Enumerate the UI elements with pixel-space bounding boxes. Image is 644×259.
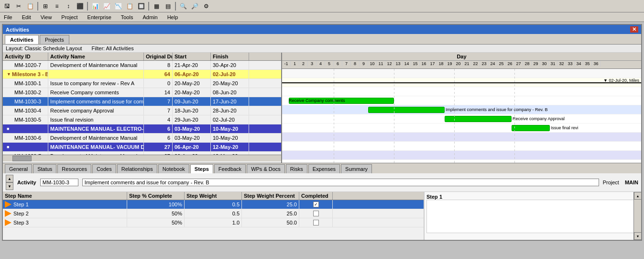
nav-up-btn[interactable]: ▲ — [6, 175, 13, 182]
toolbar-btn-16[interactable]: 🔎 — [189, 1, 200, 11]
activity-description-input[interactable] — [82, 179, 599, 186]
grid-row[interactable]: MM-1030-7 Development of Maintenance Man… — [3, 152, 281, 155]
steps-row-1[interactable]: Step 1 100% 0.5 25.0 — [3, 200, 424, 209]
toolbar-btn-7[interactable]: ⬛ — [75, 1, 85, 11]
toolbar-btn-3[interactable]: 📋 — [25, 1, 35, 11]
steps-cell-completed[interactable] — [299, 218, 333, 227]
grid-row[interactable]: MM-1030-5 Issue final revision 4 29-Jun-… — [3, 115, 281, 124]
toolbar-btn-17[interactable]: ⚙ — [201, 1, 211, 11]
grid-row-summary[interactable]: ■ MAINTENANCE MANUAL- VACUUM DEAERATOR S… — [3, 143, 281, 152]
gantt-bar-final-label: Issue final revi — [551, 125, 579, 130]
chart-row-10 — [282, 160, 641, 163]
chart-num: 28 — [523, 61, 532, 67]
menu-view[interactable]: View — [39, 14, 54, 20]
activity-id-input[interactable] — [40, 179, 78, 186]
toolbar-btn-10[interactable]: 📉 — [113, 1, 123, 11]
tab-steps[interactable]: Steps — [190, 164, 213, 173]
toolbar-btn-8[interactable]: 📊 — [90, 1, 100, 11]
tab-general[interactable]: General — [5, 164, 32, 173]
toolbar-btn-11[interactable]: 📋 — [124, 1, 135, 11]
window-close-btn[interactable]: ✕ — [630, 26, 638, 33]
step-panel-scrollbar[interactable]: ▲ ▼ — [633, 192, 641, 240]
steps-row-3[interactable]: Step 3 50% 1.0 50.0 — [3, 218, 424, 227]
grid-row-milestone[interactable]: ▼Milestone 3 - Batch 3 64 06-Apr-20 02-J… — [3, 70, 281, 79]
grid-body[interactable]: MM-1020-7 Development of Maintenance Man… — [3, 61, 281, 155]
cell-name: MAINTENANCE MANUAL- VACUUM DEAERATOR SY: — [48, 143, 144, 151]
grid-row-summary[interactable]: ■ MAINTENANCE MANUAL- ELECTRO-CHLORINATI… — [3, 124, 281, 134]
menu-admin[interactable]: Admin — [141, 14, 159, 20]
chart-num: 5 — [325, 61, 334, 67]
tab-resources[interactable]: Resources — [57, 164, 91, 173]
cell-finish: 10-May-20 — [211, 124, 249, 133]
collapse-btn[interactable]: ■ — [7, 145, 9, 149]
chart-num: 15 — [411, 61, 420, 67]
toolbar-btn-4[interactable]: ⊞ — [40, 1, 51, 11]
tab-status[interactable]: Status — [33, 164, 56, 173]
cell-id: MM-1030-7 — [3, 152, 48, 155]
cell-name: Receive Company comments — [48, 88, 144, 97]
toolbar-btn-9[interactable]: 📈 — [101, 1, 112, 11]
step-panel-textarea[interactable] — [426, 200, 639, 233]
steps-cell-weight: 0.5 — [185, 200, 242, 209]
toolbar-btn-14[interactable]: ▤ — [163, 1, 173, 11]
steps-cell-completed[interactable] — [299, 200, 333, 209]
checkbox-1[interactable] — [313, 202, 319, 207]
tab-activities[interactable]: Activities — [5, 35, 39, 44]
menu-edit[interactable]: Edit — [20, 14, 33, 20]
menu-file[interactable]: File — [2, 14, 14, 20]
step-scroll-up[interactable]: ▲ — [634, 192, 642, 200]
gantt-bar-approval-label: Receive company Approval — [513, 116, 565, 121]
col-start: Start — [173, 53, 211, 60]
chart-num: 31 — [549, 61, 557, 67]
toolbar-btn-13[interactable]: ▦ — [151, 1, 162, 11]
toolbar-sep-3 — [148, 2, 149, 11]
nav-down-btn[interactable]: ▼ — [6, 182, 13, 190]
tab-wps-docs[interactable]: WPs & Docs — [247, 164, 285, 173]
chart-num: 14 — [403, 61, 411, 67]
milestone-line — [282, 82, 641, 83]
steps-row-2[interactable]: Step 2 50% 0.5 25.0 — [3, 209, 424, 218]
scroll-thumb-grid[interactable] — [12, 156, 32, 161]
steps-cell-completed[interactable] — [299, 209, 333, 218]
toolbar-btn-15[interactable]: 🔍 — [178, 1, 188, 11]
tab-feedback[interactable]: Feedback — [214, 164, 246, 173]
cell-start: 20-May-20 — [173, 88, 211, 97]
tab-projects[interactable]: Projects — [40, 35, 69, 44]
grid-row-selected[interactable]: MM-1030-3 Implement comments and issue f… — [3, 97, 281, 106]
tab-summary[interactable]: Summary — [341, 164, 372, 173]
steps-cell-pct: 50% — [127, 218, 185, 227]
grid-row[interactable]: MM-1030-2 Receive Company comments 14 20… — [3, 88, 281, 97]
grid-row[interactable]: MM-1030-1 Issue to company for review - … — [3, 79, 281, 88]
chart-num: 17 — [428, 61, 437, 67]
tab-codes[interactable]: Codes — [92, 164, 116, 173]
tab-relationships[interactable]: Relationships — [117, 164, 157, 173]
step-scroll-down[interactable]: ▼ — [634, 232, 642, 240]
cell-dur: 14 — [144, 88, 173, 97]
toolbar-btn-2[interactable]: ✂ — [13, 1, 24, 11]
toolbar-sep-1 — [37, 2, 38, 11]
menu-enterprise[interactable]: Enterprise — [86, 14, 113, 20]
grid-row[interactable]: MM-1020-7 Development of Maintenance Man… — [3, 61, 281, 70]
menu-help[interactable]: Help — [165, 14, 180, 20]
chart-num: 25 — [497, 61, 506, 67]
cell-id: MM-1030-1 — [3, 79, 48, 88]
tab-risks[interactable]: Risks — [286, 164, 307, 173]
toolbar-btn-12[interactable]: 🔲 — [136, 1, 146, 11]
collapse-btn[interactable]: ■ — [7, 126, 9, 131]
checkbox-3[interactable] — [313, 220, 319, 225]
menu-tools[interactable]: Tools — [119, 14, 135, 20]
toolbar-btn-6[interactable]: ↕ — [63, 1, 74, 11]
menu-project[interactable]: Project — [59, 14, 79, 20]
grid-hscroll[interactable] — [3, 155, 281, 161]
grid-row[interactable]: MM-1030-6 Development of Maintenance Man… — [3, 134, 281, 143]
toolbar-btn-1[interactable]: 🖫 — [2, 1, 12, 11]
checkbox-2[interactable] — [313, 211, 319, 216]
chart-body: ▼ 02-Jul-20, Miles Receive Company comme… — [282, 69, 641, 163]
collapse-btn[interactable]: ▼ — [7, 72, 11, 77]
tab-expenses[interactable]: Expenses — [308, 164, 340, 173]
toolbar-btn-5[interactable]: ≡ — [52, 1, 62, 11]
tab-notebook[interactable]: Notebook — [158, 164, 189, 173]
steps-cell-name: Step 3 — [3, 218, 127, 227]
bottom-tabs-row: General Status Resources Codes Relations… — [3, 163, 641, 173]
grid-row[interactable]: MM-1030-4 Receive company Approval 7 18-… — [3, 106, 281, 115]
